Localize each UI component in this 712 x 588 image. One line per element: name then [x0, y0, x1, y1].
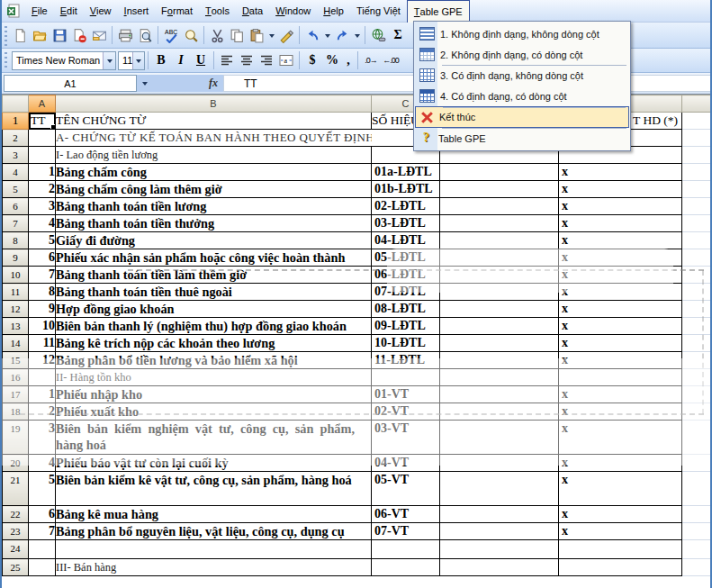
cell-d[interactable]	[440, 335, 559, 352]
cell-b[interactable]: II- Hàng tồn kho	[56, 369, 372, 386]
menu-item[interactable]: Edit	[54, 0, 84, 22]
menu-item[interactable]: Insert	[118, 0, 156, 22]
cell-f[interactable]	[682, 335, 712, 352]
cell-c[interactable]: 02-VT	[372, 403, 440, 421]
cell-b[interactable]: III- Bán hàng	[56, 559, 372, 576]
cell-b[interactable]: Bảng kê trích nộp các khoản theo lương	[56, 335, 372, 352]
cell-c[interactable]: 04-LĐTL	[372, 232, 440, 249]
cell-b[interactable]: Bảng kê mua hàng	[56, 506, 372, 523]
cell-a[interactable]: 3	[29, 198, 56, 215]
cell-a[interactable]: 7	[29, 523, 56, 540]
cell-a[interactable]: 9	[29, 301, 56, 318]
cell-c[interactable]	[372, 559, 440, 576]
cell-e[interactable]: x	[559, 267, 682, 284]
cell-c[interactable]	[372, 369, 440, 386]
undo-dropdown[interactable]	[322, 25, 332, 45]
row-header[interactable]: 22	[3, 506, 29, 523]
cell-a[interactable]	[29, 540, 56, 559]
cell-d[interactable]	[440, 421, 559, 455]
menu-item[interactable]: Tools	[199, 0, 236, 22]
cell-e[interactable]: x	[559, 284, 682, 301]
toolbar-grip[interactable]	[3, 24, 9, 46]
cell-d[interactable]	[440, 472, 559, 506]
cell-f[interactable]	[682, 506, 712, 523]
align-left-icon[interactable]	[217, 50, 237, 70]
menu-item[interactable]: View	[84, 0, 118, 22]
cell-f[interactable]	[682, 198, 712, 215]
cell-e[interactable]: x	[559, 523, 682, 540]
cell-a[interactable]	[29, 559, 56, 576]
cell-e[interactable]: x	[559, 215, 682, 232]
open-icon[interactable]	[30, 25, 50, 45]
cell-f[interactable]	[682, 472, 712, 506]
select-all-corner[interactable]	[3, 95, 29, 113]
menu-item[interactable]: File	[25, 0, 54, 22]
cell-b[interactable]: Hợp đồng giao khoán	[56, 301, 372, 318]
cell-b[interactable]: TÊN CHỨNG TỪ	[56, 113, 372, 130]
cell-a[interactable]: 6	[29, 506, 56, 523]
cell-b[interactable]: Biên bản thanh lý (nghiệm thu) hợp đồng …	[56, 318, 372, 335]
paste-dropdown[interactable]	[266, 25, 276, 45]
permission-icon[interactable]	[69, 25, 89, 45]
redo-dropdown[interactable]	[352, 25, 362, 45]
cell-c[interactable]: 01a-LĐTL	[372, 164, 440, 181]
format-painter-icon[interactable]	[276, 25, 296, 45]
dropdown-item[interactable]: Table GPE	[415, 128, 629, 149]
cell-a[interactable]: 2	[29, 181, 56, 198]
cell-e[interactable]: x	[559, 335, 682, 352]
cell-a[interactable]: 8	[29, 284, 56, 301]
cell-d[interactable]	[440, 284, 559, 301]
cell-e[interactable]: x	[559, 318, 682, 335]
cell-b[interactable]: Phiếu báo vật tư còn lại cuối kỳ	[56, 455, 372, 472]
cell-e[interactable]: x	[559, 352, 682, 369]
cell-b[interactable]: Bảng thanh toán tiền thưởng	[56, 215, 372, 232]
row-header[interactable]: 2	[3, 130, 29, 147]
cell-f[interactable]	[682, 421, 712, 455]
cell-d[interactable]	[440, 301, 559, 318]
cell-e[interactable]	[559, 559, 682, 576]
cell-e[interactable]: x	[559, 506, 682, 523]
cell-b[interactable]: Bảng chấm công	[56, 164, 372, 181]
cell-b[interactable]	[56, 540, 372, 559]
cell-b[interactable]: Bảng thanh toán tiền thuê ngoài	[56, 284, 372, 301]
column-header[interactable]: A	[29, 95, 56, 113]
bold-button[interactable]: B	[151, 50, 171, 70]
cell-e[interactable]: x	[559, 164, 682, 181]
autosum-icon[interactable]: Σ	[388, 25, 408, 45]
cell-f[interactable]	[682, 559, 712, 576]
decrease-decimal-icon[interactable]: ←.00	[381, 50, 401, 70]
cell-a[interactable]	[29, 147, 56, 164]
percent-icon[interactable]: %	[322, 50, 342, 70]
menu-item[interactable]: Help	[317, 0, 350, 22]
font-size-select[interactable]: 11	[118, 51, 145, 70]
cell-b[interactable]: Phiếu xuất kho	[56, 403, 372, 421]
font-name-select[interactable]: Times New Roman	[12, 51, 116, 70]
cell-f[interactable]	[682, 164, 712, 181]
cell-a[interactable]	[29, 130, 56, 147]
copy-icon[interactable]	[227, 25, 247, 45]
cell-f[interactable]	[682, 540, 712, 559]
new-icon[interactable]	[10, 25, 30, 45]
cell-f[interactable]	[682, 181, 712, 198]
menu-item[interactable]: Window	[269, 0, 317, 22]
cell-f[interactable]	[682, 113, 712, 130]
row-header[interactable]: 19	[3, 421, 29, 455]
row-header[interactable]: 17	[3, 386, 29, 403]
underline-button[interactable]: U	[191, 50, 211, 70]
cell-f[interactable]	[682, 455, 712, 472]
cell-c[interactable]: 09-LĐTL	[372, 318, 440, 335]
cell-b[interactable]: Bảng phân bổ tiền lương và bảo hiểm xã h…	[56, 352, 372, 369]
cell-c[interactable]: 03-VT	[372, 421, 440, 455]
cell-d[interactable]	[440, 181, 559, 198]
row-header[interactable]: 5	[3, 181, 29, 198]
cell-f[interactable]	[682, 386, 712, 403]
row-header[interactable]: 7	[3, 215, 29, 232]
cell-b[interactable]: Bảng phân bổ nguyên liệu, vật liệu, công…	[56, 523, 372, 540]
redo-icon[interactable]	[332, 25, 352, 45]
row-header[interactable]: 4	[3, 164, 29, 181]
cell-c[interactable]: 02-LĐTL	[372, 198, 440, 215]
row-header[interactable]: 20	[3, 455, 29, 472]
cell-f[interactable]	[682, 147, 712, 164]
cell-d[interactable]	[440, 164, 559, 181]
cell-e[interactable]: x	[559, 472, 682, 506]
